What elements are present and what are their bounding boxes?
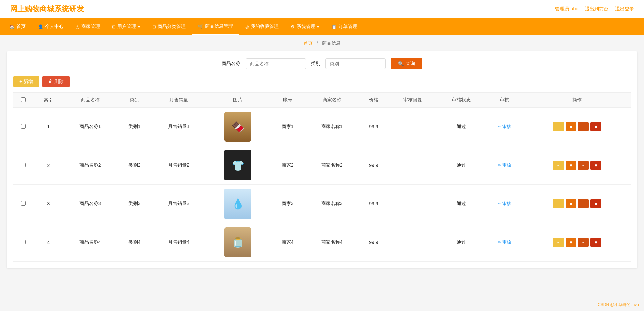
nav-label-user: 用户管理 <box>117 24 136 30</box>
logout-link[interactable]: 退出登录 <box>615 6 634 12</box>
row-operations-3: － ■ － ■ <box>524 185 631 223</box>
col-audit-reply: 审核回复 <box>388 93 437 108</box>
row-price-3: 99.9 <box>359 185 388 223</box>
home-icon: 🏠 <box>9 24 15 29</box>
nav-item-system[interactable]: ⚙ 系统管理 ∨ <box>285 18 325 35</box>
row-select-2[interactable] <box>21 163 26 167</box>
op-btn-extra-1[interactable]: － <box>578 122 589 131</box>
breadcrumb: 首页 / 商品信息 <box>0 35 644 51</box>
nav-item-category[interactable]: ⊞ 商品分类管理 <box>146 18 192 35</box>
breadcrumb-current: 商品信息 <box>322 40 341 46</box>
search-button-label: 查询 <box>406 61 415 67</box>
user-arrow-icon: ∨ <box>138 25 140 29</box>
row-select-4[interactable] <box>21 240 26 244</box>
audit-link-3[interactable]: ✏ 审核 <box>488 201 521 207</box>
op-btn-extra-2[interactable]: － <box>578 161 589 170</box>
audit-link-2[interactable]: ✏ 审核 <box>488 162 521 168</box>
search-button[interactable]: 🔍 查询 <box>391 58 422 69</box>
nav-item-user[interactable]: ⊞ 用户管理 ∨ <box>106 18 146 35</box>
nav-item-orders[interactable]: 📋 订单管理 <box>325 18 363 35</box>
delete-button[interactable]: 🗑 删除 <box>42 76 70 87</box>
row-sales-3: 月售销量3 <box>152 185 206 223</box>
row-audit-3: ✏ 审核 <box>485 185 524 223</box>
row-sales-2: 月售销量2 <box>152 146 206 185</box>
op-btn-delete-4[interactable]: ■ <box>590 238 601 247</box>
row-image-4 <box>206 223 270 262</box>
user-icon: ⊞ <box>112 24 116 29</box>
row-audit-status-1: 通过 <box>437 107 486 146</box>
breadcrumb-home[interactable]: 首页 <box>303 40 313 46</box>
op-btn-edit-1[interactable]: ■ <box>566 122 576 131</box>
row-image-3 <box>206 185 270 223</box>
op-btn-delete-2[interactable]: ■ <box>590 161 601 170</box>
col-checkbox <box>13 93 34 108</box>
status-badge-1: 通过 <box>457 124 466 129</box>
nav-label-merchant: 商家管理 <box>81 24 100 30</box>
nav-item-home[interactable]: 🏠 首页 <box>3 18 32 35</box>
search-category-input[interactable] <box>325 58 386 69</box>
op-btn-view-4[interactable]: － <box>553 238 564 247</box>
col-price: 价格 <box>359 93 388 108</box>
row-sales-4: 月售销量4 <box>152 223 206 262</box>
row-name-1: 商品名称1 <box>63 107 117 146</box>
row-price-4: 99.9 <box>359 223 388 262</box>
row-account-4: 商家4 <box>270 223 305 262</box>
row-category-1: 类别1 <box>117 107 152 146</box>
search-name-input[interactable] <box>246 58 306 69</box>
audit-link-4[interactable]: ✏ 审核 <box>488 239 521 245</box>
front-link[interactable]: 退出到前台 <box>585 6 608 12</box>
main-content: 商品名称 类别 🔍 查询 + 新增 🗑 删除 索引 商品名称 类别 月售销量 图… <box>7 51 637 268</box>
op-btn-view-2[interactable]: － <box>553 161 564 170</box>
favorites-icon: ◎ <box>245 24 249 29</box>
status-badge-2: 通过 <box>457 162 466 168</box>
row-checkbox-1 <box>13 107 34 146</box>
row-audit-1: ✏ 审核 <box>485 107 524 146</box>
audit-link-1[interactable]: ✏ 审核 <box>488 124 521 130</box>
search-bar: 商品名称 类别 🔍 查询 <box>13 58 631 69</box>
top-header: 网上购物商城系统研发 管理员 abo 退出到前台 退出登录 <box>0 0 644 18</box>
row-select-1[interactable] <box>21 124 26 129</box>
col-audit: 审核 <box>485 93 524 108</box>
row-audit-reply-4 <box>388 223 437 262</box>
row-checkbox-4 <box>13 223 34 262</box>
user-name: 管理员 abo <box>555 6 578 12</box>
col-account: 账号 <box>270 93 305 108</box>
col-sales: 月售销量 <box>152 93 206 108</box>
row-audit-4: ✏ 审核 <box>485 223 524 262</box>
op-btn-view-1[interactable]: － <box>553 122 564 131</box>
op-btn-edit-3[interactable]: ■ <box>566 199 576 208</box>
op-btn-extra-4[interactable]: － <box>578 238 589 247</box>
row-merchant-3: 商家名称3 <box>305 185 359 223</box>
nav-item-merchant[interactable]: ◎ 商家管理 <box>70 18 106 35</box>
category-icon: ⊞ <box>152 24 156 29</box>
op-btn-edit-2[interactable]: ■ <box>566 161 576 170</box>
breadcrumb-separator: / <box>317 40 318 46</box>
op-btn-edit-4[interactable]: ■ <box>566 238 576 247</box>
nav-label-profile: 个人中心 <box>45 24 64 30</box>
row-operations-2: － ■ － ■ <box>524 146 631 185</box>
op-btn-view-3[interactable]: － <box>553 199 564 208</box>
op-btn-delete-3[interactable]: ■ <box>590 199 601 208</box>
row-index-4: 4 <box>34 223 63 262</box>
nav-label-home: 首页 <box>16 24 26 30</box>
col-name: 商品名称 <box>63 93 117 108</box>
nav-item-goods[interactable]: 🛒 商品信息管理 <box>192 18 239 35</box>
delete-button-label: 🗑 删除 <box>48 79 64 85</box>
goods-icon: 🛒 <box>198 24 203 29</box>
add-button-label: + 新增 <box>19 79 33 85</box>
search-icon: 🔍 <box>398 61 404 66</box>
op-btn-delete-1[interactable]: ■ <box>590 122 601 131</box>
op-btn-extra-3[interactable]: － <box>578 199 589 208</box>
site-logo: 网上购物商城系统研发 <box>10 4 84 14</box>
row-select-3[interactable] <box>21 201 26 206</box>
select-all-checkbox[interactable] <box>21 97 26 102</box>
nav-item-favorites[interactable]: ◎ 我的收藏管理 <box>239 18 285 35</box>
row-name-4: 商品名称4 <box>63 223 117 262</box>
col-category: 类别 <box>117 93 152 108</box>
product-image-2 <box>224 150 251 180</box>
add-button[interactable]: + 新增 <box>13 76 39 87</box>
system-icon: ⚙ <box>291 24 295 29</box>
nav-item-profile[interactable]: 👤 个人中心 <box>32 18 70 35</box>
row-category-2: 类别2 <box>117 146 152 185</box>
search-name-label: 商品名称 <box>222 61 240 67</box>
